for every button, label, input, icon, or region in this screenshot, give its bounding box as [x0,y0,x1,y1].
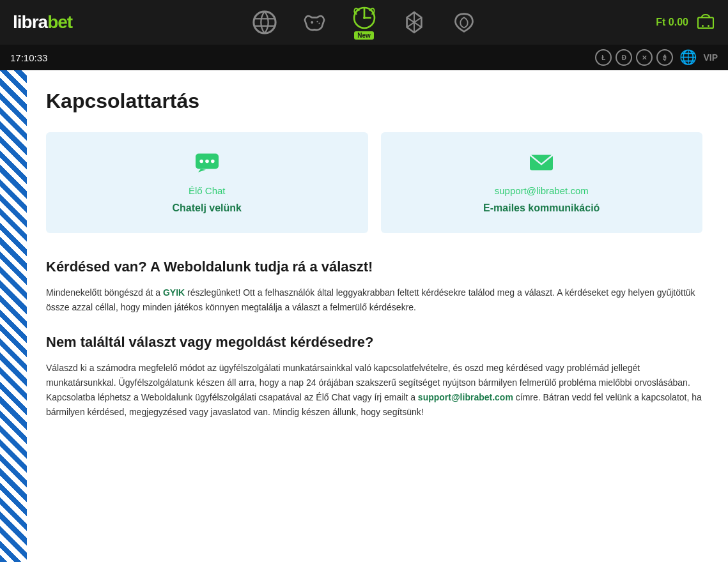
dogecoin-icon: Ð [616,49,632,66]
nav-sports[interactable] [252,10,277,34]
page-title: Kapcsolattartás [46,89,702,113]
svg-point-8 [363,17,366,19]
svg-point-18 [205,160,209,163]
support-email-link[interactable]: support@librabet.com [418,392,513,402]
section-support: Nem találtál választ vagy megoldást kérd… [46,334,702,420]
email-card[interactable]: support@librabet.com E-mailes kommunikác… [381,132,703,233]
logo[interactable]: librabet [13,12,72,33]
svg-point-0 [253,11,275,33]
svg-point-15 [708,25,709,27]
main-header: librabet [0,0,728,45]
chat-bubble-icon [194,151,220,174]
svg-point-6 [318,22,320,24]
contact-cards: Élő Chat Chatelj velünk support@librabet… [46,132,702,233]
vip-label[interactable]: VIP [703,52,718,63]
globe-icon[interactable]: 🌐 [679,49,697,66]
live-chat-card[interactable]: Élő Chat Chatelj velünk [46,132,368,233]
faq-link[interactable]: GYIK [163,287,185,298]
svg-point-5 [316,21,318,22]
esports-icon [302,10,327,34]
chat-icon [194,151,220,179]
section-support-title: Nem találtál választ vagy megoldást kérd… [46,334,702,351]
envelope-icon [529,151,554,174]
ripple-icon: ✕ [636,49,653,66]
poker-icon [452,10,476,34]
nav-live-casino[interactable]: New [352,6,376,40]
logo-libra: libra [13,12,47,33]
sports-icon [252,10,277,34]
section-support-text: Válaszd ki a számodra megfelelő módot az… [46,361,702,420]
svg-point-14 [702,25,704,27]
balance-display: Ft 0.00 [656,17,688,28]
email-link[interactable]: support@librabet.com [495,185,589,196]
crypto-icons: Ł Ð ✕ ₿ [595,49,673,66]
litecoin-icon: Ł [595,49,612,66]
section-faq: Kérdésed van? A Weboldalunk tudja rá a v… [46,259,702,315]
faq-text-before: Mindenekelőtt böngészd át a [46,287,163,298]
svg-rect-13 [698,18,713,29]
sub-header: 17:10:33 Ł Ð ✕ ₿ 🌐 VIP [0,45,728,70]
svg-point-17 [199,160,203,163]
live-chat-subtitle: Chatelj velünk [173,202,242,214]
svg-point-19 [211,160,215,163]
casino-icon [402,10,426,34]
live-chat-title: Élő Chat [189,185,226,196]
header-right: Ft 0.00 [656,13,715,32]
sub-header-right: Ł Ð ✕ ₿ 🌐 VIP [595,49,718,66]
clock-display: 17:10:33 [10,52,47,63]
nav-poker[interactable] [452,10,476,34]
live-casino-icon [352,6,376,30]
logo-bet: bet [47,12,72,33]
page-wrapper: Kapcsolattartás Élő Chat Chatelj velünk [0,70,728,562]
cart-icon[interactable] [696,13,715,32]
section-faq-text: Mindenekelőtt böngészd át a GYIK részleg… [46,285,702,315]
section-faq-title: Kérdésed van? A Weboldalunk tudja rá a v… [46,259,702,275]
email-icon [529,151,554,179]
left-decoration [0,70,27,562]
nav-esports[interactable] [302,10,327,34]
email-subtitle: E-mailes kommunikáció [483,202,600,214]
nav-casino[interactable] [402,10,426,34]
main-content: Kapcsolattartás Élő Chat Chatelj velünk [27,70,728,562]
bitcoin-icon: ₿ [656,49,673,66]
main-nav: New [252,6,476,40]
new-badge: New [354,31,374,40]
